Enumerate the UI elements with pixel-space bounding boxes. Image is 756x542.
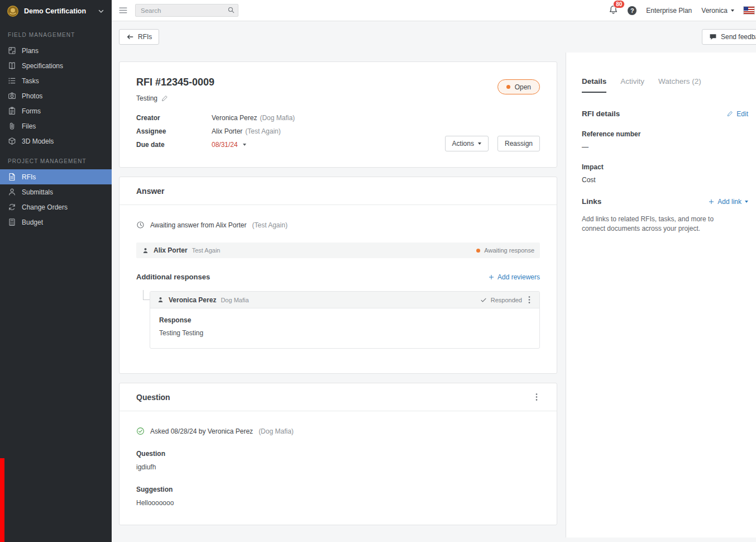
help-button[interactable]: ? (628, 6, 637, 15)
status-badge[interactable]: Open (497, 79, 540, 94)
details-panel: Details Activity Watchers (2) RFI detail… (566, 53, 756, 538)
tab-watchers[interactable]: Watchers (2) (658, 77, 701, 93)
caret-down-icon (745, 201, 748, 203)
rfi-document-icon (8, 173, 16, 181)
sidebar-item-label: Forms (22, 107, 41, 115)
sidebar-item-submittals[interactable]: Submittals (0, 184, 112, 199)
add-reviewers-label: Add reviewers (497, 273, 540, 281)
language-flag-icon[interactable] (744, 7, 754, 14)
response-kebab-menu-icon[interactable] (526, 294, 533, 305)
suggestion-label: Suggestion (136, 486, 540, 493)
sidebar-item-3d-models[interactable]: 3D Models (0, 134, 112, 149)
files-icon (8, 122, 16, 130)
due-date-label: Due date (136, 141, 212, 149)
clock-icon (136, 221, 145, 229)
sidebar-item-label: Submittals (22, 188, 53, 196)
assignee-label: Assignee (136, 127, 212, 135)
sidebar-item-budget[interactable]: Budget (0, 215, 112, 230)
actions-button[interactable]: Actions (445, 136, 489, 151)
search-icon[interactable] (227, 6, 235, 14)
question-kebab-menu-icon[interactable] (533, 392, 540, 402)
awaiting-org: (Test Again) (252, 221, 288, 229)
forms-icon (8, 107, 16, 115)
responder-status-label: Responded (491, 297, 522, 303)
feedback-button-label: Send feedback (721, 33, 756, 41)
due-date-picker[interactable]: 08/31/24 (212, 141, 246, 149)
sidebar-item-specifications[interactable]: Specifications (0, 58, 112, 73)
notification-badge: 80 (613, 0, 625, 8)
check-circle-icon (136, 427, 145, 435)
rfi-fields-row: Creator Veronica Perez (Dog Mafia) Assig… (136, 111, 540, 151)
actions-button-label: Actions (452, 140, 474, 148)
thread-connector (143, 290, 150, 300)
response-text: Testing Testing (159, 329, 530, 337)
reassign-button-label: Reassign (505, 140, 533, 148)
reference-number-value: — (582, 143, 748, 151)
suggestion-text: Hellooooooo (136, 499, 540, 507)
sidebar-item-plans[interactable]: Plans (0, 43, 112, 58)
hamburger-menu-icon[interactable] (118, 6, 128, 15)
responder-name: Veronica Perez (169, 296, 216, 304)
sidebar-item-change-orders[interactable]: Change Orders (0, 199, 112, 215)
awaiting-answer-line: Awaiting answer from Alix Porter (Test A… (136, 221, 540, 229)
sidebar-item-label: Plans (22, 47, 39, 55)
links-heading: Links (582, 197, 601, 206)
app-root: Demo Certification FIELD MANAGEMENT Plan… (0, 0, 756, 542)
project-name: Demo Certification (24, 7, 92, 15)
due-date-value: 08/31/24 (212, 141, 238, 149)
question-card-body: Asked 08/28/24 by Veronica Perez (Dog Ma… (119, 411, 557, 525)
impact-label: Impact (582, 163, 748, 171)
edit-subject-pencil-icon[interactable] (161, 95, 168, 102)
creator-org: (Dog Mafia) (260, 114, 295, 122)
search-box (135, 4, 238, 17)
sidebar-item-label: Tasks (22, 77, 39, 85)
sidebar-item-label: Files (22, 122, 36, 130)
send-feedback-button[interactable]: Send feedback (702, 29, 756, 45)
sidebar-item-label: 3D Models (22, 137, 54, 145)
question-card: Question Asked 08/28/24 by Veronica Pere… (119, 383, 557, 525)
sidebar-item-tasks[interactable]: Tasks (0, 73, 112, 88)
answer-card-header: Answer (119, 177, 557, 205)
sidebar-item-rfis[interactable]: RFIs (0, 169, 112, 184)
sidebar-item-label: Change Orders (22, 203, 68, 211)
notifications-button[interactable]: 80 (609, 5, 618, 16)
responder-org: Dog Mafia (221, 297, 248, 303)
sidebar-item-label: Budget (22, 218, 43, 226)
assignee-value: Alix Porter (Test Again) (212, 127, 281, 135)
edit-details-button[interactable]: Edit (727, 110, 748, 118)
search-input[interactable] (135, 4, 238, 17)
add-reviewers-button[interactable]: Add reviewers (489, 273, 540, 281)
tab-details[interactable]: Details (582, 77, 606, 93)
red-indicator-strip (0, 458, 4, 542)
edit-details-label: Edit (736, 110, 748, 118)
add-link-button[interactable]: Add link (709, 198, 748, 206)
tab-activity[interactable]: Activity (620, 77, 644, 93)
answer-heading: Answer (136, 187, 165, 196)
reviewer-name: Alix Porter (154, 246, 188, 254)
person-icon (142, 247, 149, 254)
sidebar-item-forms[interactable]: Forms (0, 103, 112, 118)
topbar: 80 ? Enterprise Plan Veronica (112, 0, 756, 21)
response-label: Response (159, 316, 530, 324)
back-to-rfis-button[interactable]: RFIs (119, 29, 159, 45)
back-arrow-icon (126, 33, 134, 41)
main-content: RFI #12345-0009 Testing Open Cr (119, 53, 557, 542)
response-body: Response Testing Testing (150, 308, 539, 348)
add-link-label: Add link (717, 198, 741, 206)
project-switcher[interactable]: Demo Certification (0, 0, 112, 22)
awaiting-dot-icon (476, 249, 480, 253)
assignee-name: Alix Porter (212, 127, 242, 135)
photos-icon (8, 92, 16, 100)
rfi-subtitle-row: Testing (136, 94, 214, 102)
sidebar-item-photos[interactable]: Photos (0, 88, 112, 103)
question-heading: Question (136, 393, 170, 402)
back-button-label: RFIs (138, 33, 152, 41)
plan-label[interactable]: Enterprise Plan (646, 7, 692, 15)
user-menu[interactable]: Veronica (701, 7, 734, 15)
sidebar-item-files[interactable]: Files (0, 118, 112, 134)
reassign-button[interactable]: Reassign (497, 136, 540, 151)
caret-down-icon (731, 9, 734, 12)
user-name: Veronica (701, 7, 728, 15)
assignee-row: Assignee Alix Porter (Test Again) (136, 125, 445, 138)
rfi-header-card: RFI #12345-0009 Testing Open Cr (119, 61, 557, 168)
